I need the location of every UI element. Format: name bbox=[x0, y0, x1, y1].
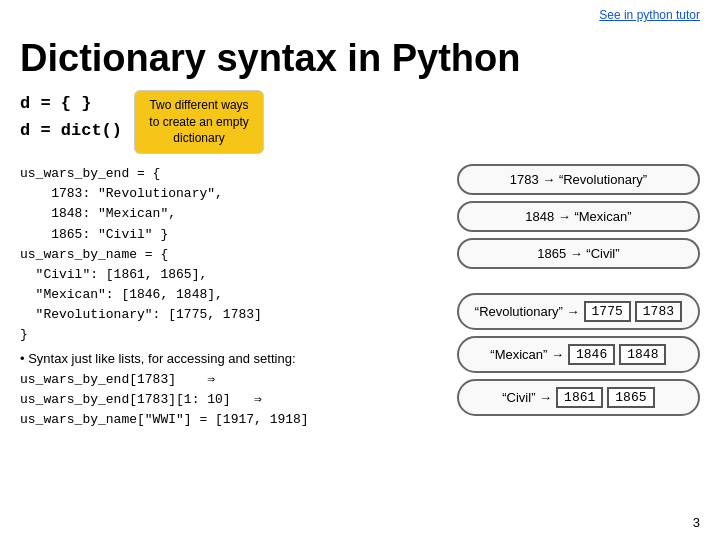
year-1848: 1848 bbox=[619, 344, 666, 365]
code-line-6: "Mexican": [1846, 1848], bbox=[20, 285, 437, 305]
page-container: See in python tutor Dictionary syntax in… bbox=[0, 0, 720, 540]
top-section: d = { } d = dict() Two different ways to… bbox=[20, 90, 700, 154]
page-title: Dictionary syntax in Python bbox=[20, 38, 700, 80]
top-code-line2: d = dict() bbox=[20, 117, 122, 144]
code-line-7: "Revolutionary": [1775, 1783] bbox=[20, 305, 437, 325]
year-1775: 1775 bbox=[584, 301, 631, 322]
code-line-8: } bbox=[20, 325, 437, 345]
top-code-line1: d = { } bbox=[20, 90, 122, 117]
code-line-0: us_wars_by_end = { bbox=[20, 164, 437, 184]
oval-civil: “Civil” → 1861 1865 bbox=[457, 379, 700, 416]
oval-1865: 1865 → “Civil” bbox=[457, 238, 700, 269]
code-line-3: 1865: "Civil" } bbox=[20, 225, 437, 245]
oval-revolutionary: “Revolutionary” → 1775 1783 bbox=[457, 293, 700, 330]
bullet-line-2: us_wars_by_name["WWI"] = [1917, 1918] bbox=[20, 410, 437, 430]
year-1846: 1846 bbox=[568, 344, 615, 365]
code-line-2: 1848: "Mexican", bbox=[20, 204, 437, 224]
oval-mexican: “Mexican” → 1846 1848 bbox=[457, 336, 700, 373]
year-1865: 1865 bbox=[607, 387, 654, 408]
right-panel: 1783 → “Revolutionary” 1848 → “Mexican” … bbox=[457, 164, 700, 416]
year-1783: 1783 bbox=[635, 301, 682, 322]
oval-1848: 1848 → “Mexican” bbox=[457, 201, 700, 232]
code-line-1: 1783: "Revolutionary", bbox=[20, 184, 437, 204]
top-code-block: d = { } d = dict() bbox=[20, 90, 122, 144]
year-1861: 1861 bbox=[556, 387, 603, 408]
page-number: 3 bbox=[693, 515, 700, 530]
code-line-5: "Civil": [1861, 1865], bbox=[20, 265, 437, 285]
main-code-block: us_wars_by_end = { 1783: "Revolutionary"… bbox=[20, 164, 437, 345]
code-line-4: us_wars_by_name = { bbox=[20, 245, 437, 265]
oval-rev-label: “Revolutionary” → bbox=[475, 304, 580, 319]
oval-civ-label: “Civil” → bbox=[502, 390, 552, 405]
main-content: us_wars_by_end = { 1783: "Revolutionary"… bbox=[20, 164, 700, 430]
bullet-section: • Syntax just like lists, for accessing … bbox=[20, 349, 437, 430]
bullet-intro: • Syntax just like lists, for accessing … bbox=[20, 349, 437, 369]
see-in-tutor-link[interactable]: See in python tutor bbox=[599, 8, 700, 22]
bullet-line-1: us_wars_by_end[1783][1: 10] ⇒ bbox=[20, 390, 437, 410]
oval-mex-label: “Mexican” → bbox=[490, 347, 564, 362]
left-panel: us_wars_by_end = { 1783: "Revolutionary"… bbox=[20, 164, 437, 430]
oval-1783: 1783 → “Revolutionary” bbox=[457, 164, 700, 195]
tooltip-box: Two different ways to create an empty di… bbox=[134, 90, 264, 154]
bullet-line-0: us_wars_by_end[1783] ⇒ bbox=[20, 370, 437, 390]
